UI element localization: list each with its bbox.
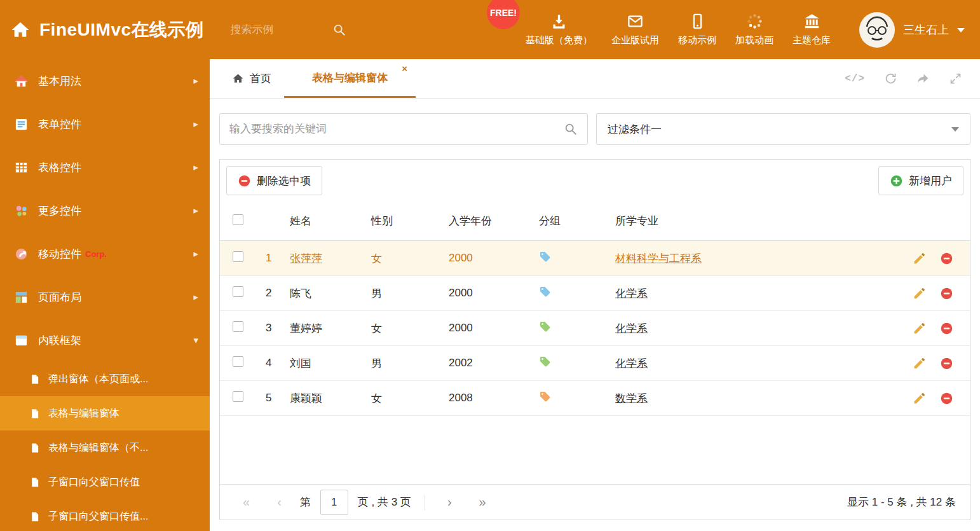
row-number: 4 (255, 357, 286, 369)
share-icon[interactable] (916, 72, 930, 85)
edit-pencil-icon[interactable] (913, 392, 926, 405)
sidebar-item-label: 基本用法 (38, 74, 81, 88)
sidebar-item-page-layout[interactable]: 页面布局 ▸ (0, 275, 210, 319)
caret-down-icon (957, 28, 965, 32)
row-checkbox[interactable] (233, 286, 243, 297)
layout-icon (14, 290, 29, 305)
column-gender[interactable]: 性别 (367, 214, 445, 228)
grid-panel: 删除选中项 新增用户 姓名 性别 入学年份 分组 (219, 159, 970, 520)
row-checkbox[interactable] (233, 251, 243, 262)
student-name-link[interactable]: 董婷婷 (290, 322, 322, 334)
edit-pencil-icon[interactable] (913, 357, 926, 370)
tag-icon (539, 321, 551, 333)
search-icon[interactable] (332, 23, 346, 37)
house-icon (14, 74, 29, 88)
sidebar-subitem[interactable]: 表格与编辑窗体（不... (0, 431, 210, 465)
table-row: 5 康颖颖 女 2008 数学系 (220, 381, 970, 416)
add-user-button[interactable]: 新增用户 (878, 166, 963, 195)
table-icon (14, 160, 29, 175)
row-checkbox[interactable] (233, 356, 243, 367)
delete-minus-icon[interactable] (940, 357, 953, 370)
close-icon[interactable]: × (402, 64, 407, 73)
sidebar-item-grid-controls[interactable]: 表格控件 ▸ (0, 146, 210, 189)
edit-pencil-icon[interactable] (913, 322, 926, 335)
header-search-input[interactable] (231, 24, 332, 36)
major-link[interactable]: 化学系 (615, 287, 648, 300)
edit-pencil-icon[interactable] (913, 287, 926, 300)
major-link[interactable]: 数学系 (615, 392, 648, 404)
bank-icon (803, 13, 820, 30)
divider (425, 495, 425, 510)
file-icon (29, 408, 40, 419)
nav-item-enterprise-trial[interactable]: 企业版试用 (602, 0, 669, 59)
keyword-search-input[interactable] (229, 123, 564, 135)
sidebar-item-more-controls[interactable]: 更多控件 ▸ (0, 189, 210, 232)
delete-minus-icon[interactable] (940, 252, 953, 265)
header-nav: FREE! 基础版（免费） 企业版试用 移动示例 (516, 0, 840, 59)
delete-minus-icon[interactable] (940, 287, 953, 300)
nav-item-loading-animation[interactable]: 加载动画 (726, 0, 783, 59)
shapes-icon (14, 203, 29, 218)
page-number-input[interactable] (320, 490, 348, 515)
nav-item-basic-free[interactable]: FREE! 基础版（免费） (516, 0, 602, 59)
column-year[interactable]: 入学年份 (445, 214, 535, 228)
student-name-link[interactable]: 康颖颖 (290, 392, 322, 404)
sidebar-item-inline-frame[interactable]: 内联框架 ▾ (0, 319, 210, 362)
tab-bar: 首页 表格与编辑窗体 × </> (210, 59, 980, 99)
first-page-button[interactable]: « (234, 495, 259, 509)
sidebar-subitem[interactable]: 子窗口向父窗口传值 (0, 465, 210, 499)
sidebar-item-mobile-controls[interactable]: 移动控件 Corp. ▸ (0, 232, 210, 275)
major-link[interactable]: 材料科学与工程系 (615, 252, 702, 265)
user-name: 三生石上 (903, 22, 949, 38)
student-name-link[interactable]: 陈飞 (290, 287, 311, 300)
user-menu[interactable]: 三生石上 (859, 0, 965, 59)
brand[interactable]: FineUIMvc在线示例 (10, 0, 204, 59)
sidebar-subitem[interactable]: 子窗口向父窗口传值... (0, 499, 210, 531)
delete-selected-button[interactable]: 删除选中项 (226, 166, 322, 195)
tab-grid-edit-window[interactable]: 表格与编辑窗体 × (284, 59, 416, 98)
search-icon[interactable] (564, 122, 578, 136)
column-group[interactable]: 分组 (535, 214, 611, 228)
source-code-icon[interactable]: </> (845, 73, 865, 85)
next-page-button[interactable]: › (439, 495, 461, 509)
nav-item-mobile-demo[interactable]: 移动示例 (669, 0, 726, 59)
tab-home[interactable]: 首页 (219, 59, 284, 98)
sidebar-item-form-controls[interactable]: 表单控件 ▸ (0, 102, 210, 146)
row-checkbox[interactable] (233, 391, 243, 402)
folder-icon (14, 333, 29, 348)
student-name-link[interactable]: 刘国 (290, 357, 311, 369)
expand-icon[interactable] (949, 72, 962, 85)
plus-circle-icon (890, 174, 903, 188)
delete-minus-icon[interactable] (940, 322, 953, 335)
sidebar-subitem[interactable]: 弹出窗体（本页面或... (0, 362, 210, 396)
refresh-icon[interactable] (884, 72, 897, 85)
column-major[interactable]: 所学专业 (611, 214, 899, 228)
nav-item-theme-store[interactable]: 主题仓库 (783, 0, 840, 59)
button-label: 新增用户 (909, 174, 952, 188)
last-page-button[interactable]: » (470, 495, 495, 509)
column-name[interactable]: 姓名 (286, 214, 367, 228)
sidebar-subitem-label: 表格与编辑窗体（不... (48, 441, 148, 455)
major-link[interactable]: 化学系 (615, 322, 648, 334)
major-link[interactable]: 化学系 (615, 357, 648, 369)
sidebar-item-label: 内联框架 (38, 333, 81, 348)
sidebar-item-label: 表格控件 (38, 160, 81, 175)
select-all-checkbox[interactable] (233, 214, 243, 225)
app-title: FineUIMvc在线示例 (39, 18, 204, 42)
nav-label: 加载动画 (735, 34, 773, 46)
table-row: 1 张萍萍 女 2000 材料科学与工程系 (220, 241, 970, 276)
chevron-right-icon: ▸ (193, 162, 198, 173)
filter-dropdown[interactable]: 过滤条件一 (596, 113, 970, 145)
sidebar-item-basic-usage[interactable]: 基本用法 ▸ (0, 59, 210, 102)
delete-minus-icon[interactable] (940, 392, 953, 405)
filter-row: 过滤条件一 (219, 113, 970, 145)
student-name-link[interactable]: 张萍萍 (290, 252, 322, 265)
prev-page-button[interactable]: ‹ (268, 495, 290, 509)
row-checkbox[interactable] (233, 321, 243, 332)
sidebar-subitem[interactable]: 表格与编辑窗体 (0, 396, 210, 431)
pagination-bar: « ‹ 第 页 , 共 3 页 › » 显示 1 - 5 条 , 共 12 条 (220, 484, 970, 520)
sidebar-subitem-label: 子窗口向父窗口传值 (48, 476, 140, 489)
edit-pencil-icon[interactable] (913, 252, 926, 265)
grid-toolbar: 删除选中项 新增用户 (220, 160, 970, 202)
avatar (859, 12, 895, 48)
